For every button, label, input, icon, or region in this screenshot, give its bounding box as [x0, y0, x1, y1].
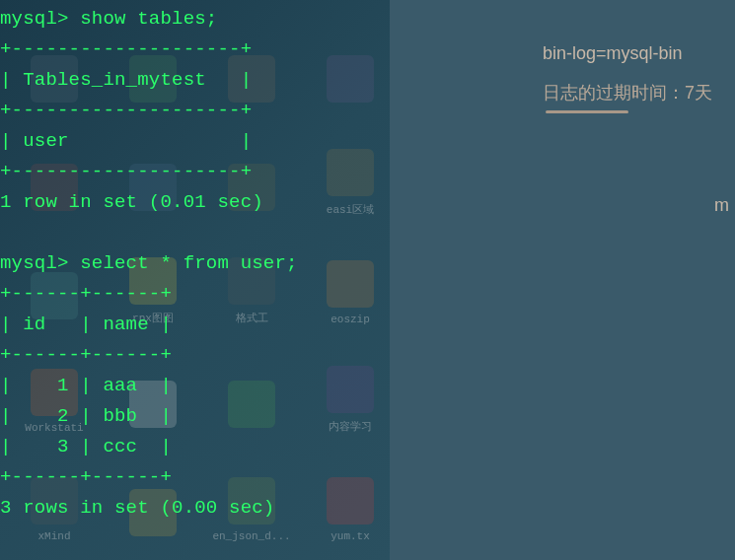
config-binlog-line: bin-log=mysql-bin — [543, 43, 683, 64]
desktop-icon: QQ音乐 — [109, 552, 197, 560]
desktop-icon: 2020年校招 — [207, 552, 296, 560]
underline-decoration — [546, 110, 628, 113]
terminal-panel: easi区域 rpx图图 格式工 eoszip Workstati 内容学习 x… — [0, 0, 390, 560]
desktop-icon: eoszip — [306, 227, 395, 325]
desktop-icon: 内容学习 — [306, 335, 395, 434]
desktop-icon — [306, 10, 395, 108]
desktop-icon: 同花顺券 — [306, 552, 395, 560]
desktop-icon: easi区域 — [306, 118, 395, 217]
desktop-icon: 知识拓展目 — [10, 552, 99, 560]
desktop-icon: yum.tx — [306, 444, 395, 542]
mysql-terminal-output[interactable]: mysql> show tables; +-------------------… — [0, 4, 298, 523]
right-panel: bin-log=mysql-bin 日志的过期时间：7天 m — [390, 0, 735, 560]
partial-text: m — [714, 195, 729, 216]
config-expire-line: 日志的过期时间：7天 — [543, 81, 712, 105]
